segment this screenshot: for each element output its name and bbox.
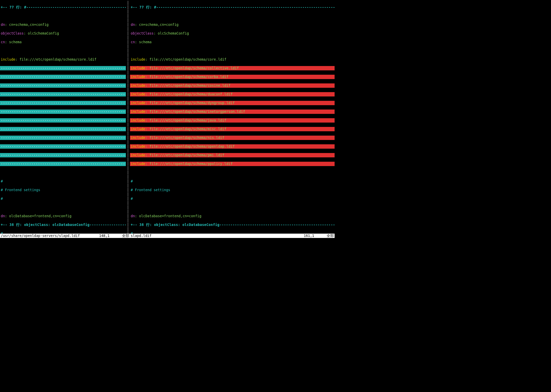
diff-missing-line: ----------------------------------------… [0,118,126,123]
diff-added-line: include: file:///etc/openldap/schema/jav… [130,118,335,123]
diff-missing-line: ----------------------------------------… [0,92,126,96]
status-line-right: slapd.ldif 161,1 全部 [130,234,335,238]
config-line: cn: schema [130,40,335,44]
include-line: include: file:///etc/openldap/schema/cor… [0,57,126,62]
diff-added-line: include: file:///etc/openldap/schema/dua… [130,92,335,96]
diff-missing-line: ----------------------------------------… [0,136,126,140]
fold-header[interactable]: +-- 38 行: objectClass: olcDatabaseConfig… [130,223,335,227]
cursor-position-right: 161,1 [304,234,314,238]
config-line: dn: cn=schema,cn=config [130,23,335,27]
diff-missing-line: ----------------------------------------… [0,66,126,70]
diff-added-line: include: file:///etc/openldap/schema/ope… [130,144,335,149]
blank-line [0,49,126,53]
diff-added-line: include: file:///etc/openldap/schema/cor… [130,75,335,79]
include-line: include: file:///etc/openldap/schema/cor… [130,57,335,62]
diff-right-pane[interactable]: +-- 77 行: #-----------------------------… [130,0,335,238]
blank-line [130,205,335,210]
config-line: cn: schema [0,40,126,44]
filename-left: /usr/share/openldap-servers/slapd.ldif [1,234,80,238]
comment-line: # [0,197,126,201]
diff-missing-line: ----------------------------------------… [0,127,126,131]
diff-missing-line: ----------------------------------------… [0,83,126,88]
diff-missing-line: ----------------------------------------… [0,153,126,157]
diff-added-line: include: file:///etc/openldap/schema/ine… [130,110,335,114]
comment-line: # Frontend settings [0,188,126,192]
diff-left-pane[interactable]: +-- 77 行: #-----------------------------… [0,0,126,238]
config-line: dn: olcDatabase=frontend,cn=config [0,214,126,218]
config-line: dn: olcDatabase=frontend,cn=config [130,214,335,218]
diff-added-line: include: file:///etc/openldap/schema/ppo… [130,162,335,166]
blank-line [130,170,335,175]
diff-added-line: include: file:///etc/openldap/schema/mis… [130,127,335,131]
blank-line [130,14,335,18]
fold-header[interactable]: +-- 38 行: objectClass: olcDatabaseConfig… [0,223,126,227]
diff-added-line: include: file:///etc/openldap/schema/cos… [130,83,335,88]
diff-added-line: include: file:///etc/openldap/schema/col… [130,66,335,70]
diff-added-line: include: file:///etc/openldap/schema/nis… [130,136,335,140]
blank-line [0,170,126,175]
comment-line: # Frontend settings [130,188,335,192]
scroll-pct-right: 全部 [327,234,334,238]
fold-header[interactable]: +-- 77 行: #-----------------------------… [130,5,335,9]
status-line-left: /usr/share/openldap-servers/slapd.ldif 1… [0,234,130,238]
config-line: objectClass: olcSchemaConfig [0,31,126,36]
diff-missing-line: ----------------------------------------… [0,162,126,166]
scroll-pct-left: 全部 [122,234,129,238]
config-line: objectClass: olcSchemaConfig [130,31,335,36]
diff-added-line: include: file:///etc/openldap/schema/dyn… [130,101,335,105]
diff-missing-line: ----------------------------------------… [0,101,126,105]
config-line: dn: cn=schema,cn=config [0,23,126,27]
diff-missing-line: ----------------------------------------… [0,75,126,79]
cursor-position-left: 148,1 [99,234,110,238]
vertical-split-divider[interactable]: │ │ │ │ │ │ │ │ │ │ │ │ │ │ │ │ │ │ │ │ … [126,0,130,234]
comment-line: # [0,179,126,183]
diff-missing-line: ----------------------------------------… [0,110,126,114]
filename-right: slapd.ldif [131,234,151,238]
comment-line: # [130,179,335,183]
blank-line [130,49,335,53]
diff-missing-line: ----------------------------------------… [0,144,126,149]
blank-line [0,205,126,210]
diff-added-line: include: file:///etc/openldap/schema/pmi… [130,153,335,157]
fold-header[interactable]: +-- 77 行: #-----------------------------… [0,5,126,9]
comment-line: # [130,197,335,201]
blank-line [0,14,126,18]
